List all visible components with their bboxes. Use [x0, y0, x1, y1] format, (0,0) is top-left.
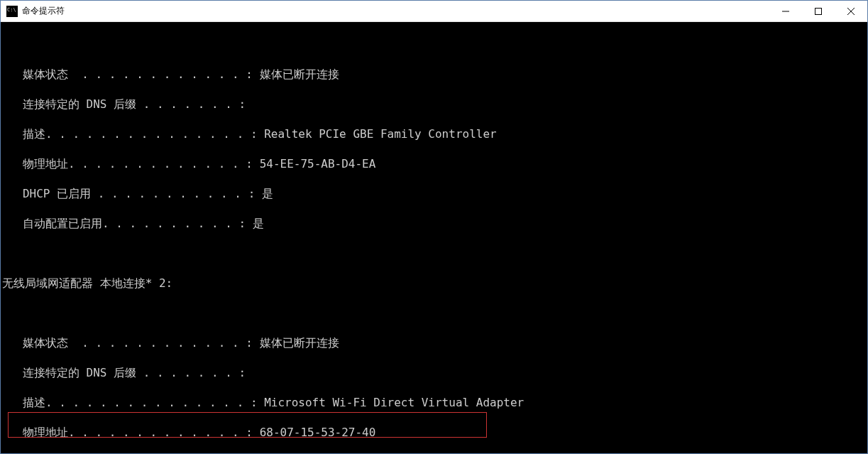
output-line: 物理地址. . . . . . . . . . . . . : 68-07-15…: [1, 425, 867, 440]
terminal-output[interactable]: 媒体状态 . . . . . . . . . . . . : 媒体已断开连接 连…: [1, 22, 867, 453]
output-line: 媒体状态 . . . . . . . . . . . . : 媒体已断开连接: [1, 335, 867, 350]
close-button[interactable]: [835, 1, 867, 21]
output-line: DHCP 已启用 . . . . . . . . . . . : 是: [1, 186, 867, 201]
output-line: 物理地址. . . . . . . . . . . . . : 54-EE-75…: [1, 156, 867, 171]
output-line: 描述. . . . . . . . . . . . . . . : Micros…: [1, 395, 867, 410]
output-line: 连接特定的 DNS 后缀 . . . . . . . :: [1, 97, 867, 112]
minimize-button[interactable]: [769, 1, 802, 21]
svg-rect-1: [815, 8, 822, 14]
blank-line: [1, 306, 867, 320]
maximize-button[interactable]: [802, 1, 835, 21]
titlebar: 命令提示符: [1, 1, 867, 22]
output-line: 连接特定的 DNS 后缀 . . . . . . . :: [1, 365, 867, 380]
command-prompt-window: 命令提示符 媒体状态 . . . . . . . . . . . . : 媒体已…: [0, 0, 868, 454]
window-title: 命令提示符: [22, 5, 769, 17]
window-controls: [769, 1, 867, 21]
cmd-icon: [6, 6, 18, 17]
output-line: 描述. . . . . . . . . . . . . . . : Realte…: [1, 126, 867, 141]
output-line: 媒体状态 . . . . . . . . . . . . : 媒体已断开连接: [1, 67, 867, 82]
blank-line: [1, 37, 867, 52]
blank-line: [1, 246, 867, 261]
section-header: 无线局域网适配器 本地连接* 2:: [1, 276, 867, 291]
output-line: 自动配置已启用. . . . . . . . . . : 是: [1, 216, 867, 231]
